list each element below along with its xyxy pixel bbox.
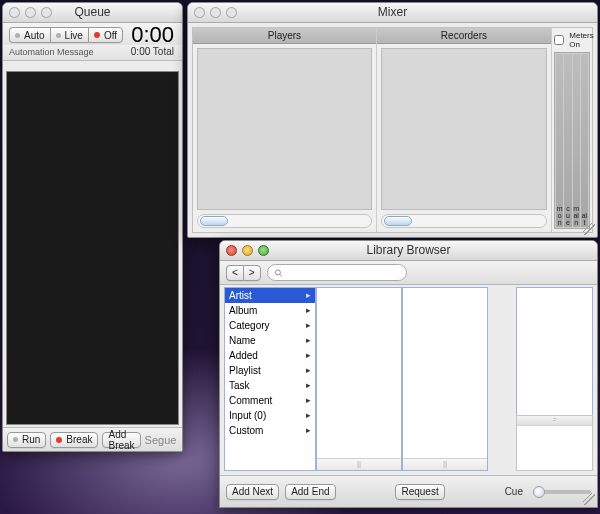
category-item[interactable]: Task▸	[225, 378, 315, 393]
chevron-right-icon: ▸	[306, 408, 311, 423]
svg-line-1	[280, 274, 282, 276]
library-column-3[interactable]: ||	[402, 287, 488, 471]
category-list: Artist▸Album▸Category▸Name▸Added▸Playlis…	[225, 288, 315, 438]
meter-mon-label: mon	[556, 205, 563, 226]
add-break-label: Add Break	[108, 429, 134, 451]
mode-off-button[interactable]: Off	[88, 27, 123, 43]
meter-cue-label: cue	[564, 205, 571, 226]
recorders-pane[interactable]	[381, 48, 547, 210]
chevron-right-icon: ▸	[306, 318, 311, 333]
chevron-right-icon: >	[249, 267, 255, 278]
library-titlebar[interactable]: Library Browser	[220, 241, 597, 261]
chevron-right-icon: ▸	[306, 348, 311, 363]
meters-on-input[interactable]	[554, 35, 564, 45]
mixer-resize-handle[interactable]	[583, 223, 595, 235]
run-button[interactable]: Run	[7, 432, 46, 448]
zoom-icon[interactable]	[226, 7, 237, 18]
desktop: { "queue": { "title": "Queue", "modes": …	[0, 0, 600, 514]
break-label: Break	[66, 434, 92, 445]
library-window: Library Browser < > Artist▸Album▸Categor…	[219, 240, 598, 508]
chevron-right-icon: ▸	[306, 303, 311, 318]
queue-list[interactable]	[6, 71, 179, 425]
chevron-right-icon: ▸	[306, 393, 311, 408]
players-scrollbar[interactable]	[197, 214, 372, 228]
library-column-2[interactable]: ||	[316, 287, 402, 471]
meters-on-checkbox[interactable]: Meters On	[550, 31, 593, 49]
add-break-button[interactable]: Add Break	[102, 432, 140, 448]
request-button[interactable]: Request	[395, 484, 444, 500]
queue-footer: Run Break Add Break Segue	[3, 427, 182, 451]
recorders-scrollbar[interactable]	[381, 214, 547, 228]
meter-mon: mon	[556, 54, 563, 227]
mode-off-label: Off	[104, 30, 117, 41]
category-item-label: Name	[229, 333, 256, 348]
minimize-icon[interactable]	[242, 245, 253, 256]
zoom-icon[interactable]	[258, 245, 269, 256]
minimize-icon[interactable]	[210, 7, 221, 18]
library-traffic-lights[interactable]	[226, 245, 269, 256]
nav-back-button[interactable]: <	[226, 265, 243, 281]
library-toolbar: < >	[220, 261, 597, 285]
meters-on-label: Meters On	[569, 31, 593, 49]
svg-point-0	[275, 269, 280, 274]
close-icon[interactable]	[226, 245, 237, 256]
category-item[interactable]: Input (0)▸	[225, 408, 315, 423]
queue-clock: 0:00 0:00 Total	[131, 24, 174, 57]
library-nav-seg: < >	[226, 265, 261, 281]
chevron-right-icon: ▸	[306, 333, 311, 348]
category-item[interactable]: Category▸	[225, 318, 315, 333]
mode-auto-button[interactable]: Auto	[9, 27, 50, 43]
mode-live-button[interactable]: Live	[50, 27, 88, 43]
chevron-right-icon: ▸	[306, 363, 311, 378]
category-item-label: Input (0)	[229, 408, 266, 423]
category-item[interactable]: Playlist▸	[225, 363, 315, 378]
library-preview-pane[interactable]: =	[516, 415, 593, 471]
meter-main: main	[573, 54, 580, 227]
segue-button[interactable]: Segue	[145, 434, 181, 446]
run-label: Run	[22, 434, 40, 445]
mixer-meter-side: Meters On mon cue main alt	[552, 28, 592, 232]
column-3-handle[interactable]: ||	[403, 458, 487, 470]
search-input[interactable]	[287, 266, 400, 279]
library-search[interactable]	[267, 264, 407, 281]
mixer-traffic-lights[interactable]	[194, 7, 237, 18]
category-item[interactable]: Name▸	[225, 333, 315, 348]
column-2-handle[interactable]: ||	[317, 458, 401, 470]
close-icon[interactable]	[194, 7, 205, 18]
queue-titlebar[interactable]: Queue	[3, 3, 182, 23]
library-title: Library Browser	[366, 243, 450, 257]
break-button[interactable]: Break	[50, 432, 98, 448]
category-item-label: Category	[229, 318, 270, 333]
cue-slider-knob[interactable]	[533, 486, 545, 498]
players-pane[interactable]	[197, 48, 372, 210]
queue-traffic-lights[interactable]	[9, 7, 52, 18]
close-icon[interactable]	[9, 7, 20, 18]
library-category-column[interactable]: Artist▸Album▸Category▸Name▸Added▸Playlis…	[224, 287, 316, 471]
category-item[interactable]: Comment▸	[225, 393, 315, 408]
mixer-body: Players Recorders Meters On mon cue main…	[192, 27, 593, 233]
category-item[interactable]: Artist▸	[225, 288, 315, 303]
preview-handle[interactable]: =	[517, 416, 592, 426]
mode-auto-label: Auto	[24, 30, 45, 41]
category-item[interactable]: Album▸	[225, 303, 315, 318]
add-end-label: Add End	[291, 486, 329, 497]
chevron-right-icon: ▸	[306, 378, 311, 393]
add-end-button[interactable]: Add End	[285, 484, 335, 500]
zoom-icon[interactable]	[41, 7, 52, 18]
category-item[interactable]: Added▸	[225, 348, 315, 363]
library-footer: Add Next Add End Request Cue	[220, 475, 597, 507]
chevron-right-icon: ▸	[306, 288, 311, 303]
add-next-label: Add Next	[232, 486, 273, 497]
chevron-right-icon: ▸	[306, 423, 311, 438]
queue-title: Queue	[74, 5, 110, 19]
meter-stack: mon cue main alt	[554, 52, 590, 229]
mixer-titlebar[interactable]: Mixer	[188, 3, 597, 23]
add-next-button[interactable]: Add Next	[226, 484, 279, 500]
minimize-icon[interactable]	[25, 7, 36, 18]
recorders-header: Recorders	[377, 28, 551, 44]
library-resize-handle[interactable]	[583, 493, 595, 505]
category-item-label: Artist	[229, 288, 252, 303]
nav-forward-button[interactable]: >	[243, 265, 261, 281]
search-icon	[274, 268, 283, 278]
category-item[interactable]: Custom▸	[225, 423, 315, 438]
